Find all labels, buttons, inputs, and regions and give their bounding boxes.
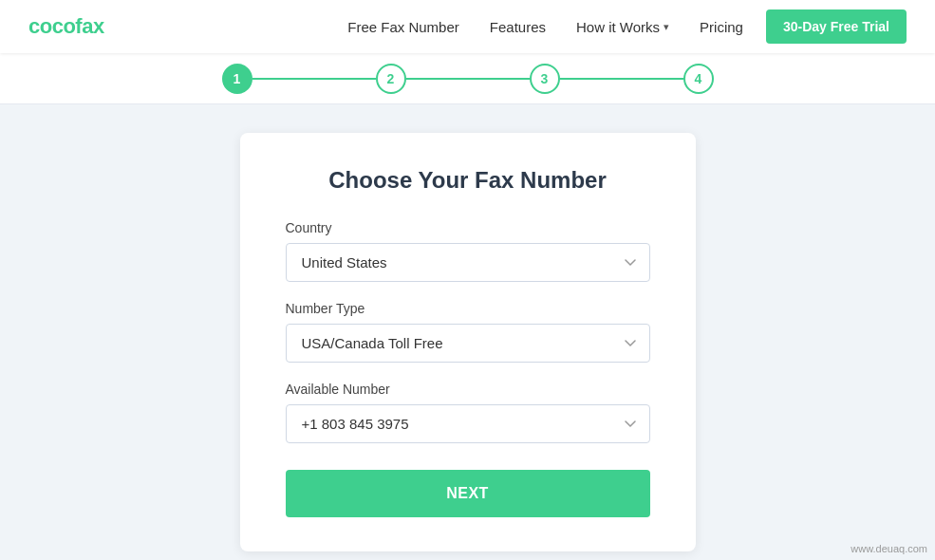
nav-link-free-fax[interactable]: Free Fax Number [347,19,459,35]
main-content: Choose Your Fax Number Country United St… [0,104,935,560]
step-4[interactable]: 4 [683,64,714,94]
number-type-select[interactable]: USA/Canada Toll Free Local International [286,324,650,363]
stepper: 1 2 3 4 [222,64,714,94]
number-type-label: Number Type [286,301,650,316]
step-line-2 [406,78,530,80]
country-group: Country United States Canada United King… [286,220,650,282]
logo[interactable]: cocofax [28,14,104,39]
nav-link-features[interactable]: Features [490,19,546,35]
available-number-label: Available Number [286,382,650,397]
stepper-bar: 1 2 3 4 [0,53,935,104]
nav-link-how-it-works[interactable]: How it Works ▾ [576,19,669,35]
available-number-group: Available Number +1 803 845 3975 +1 803 … [286,382,650,443]
step-3[interactable]: 3 [530,64,560,94]
form-card: Choose Your Fax Number Country United St… [240,133,696,551]
country-select[interactable]: United States Canada United Kingdom Aust… [286,243,650,282]
chevron-down-icon: ▾ [664,21,669,33]
watermark: www.deuaq.com [851,543,927,554]
step-line-3 [560,78,683,80]
nav-link-pricing[interactable]: Pricing [700,19,743,35]
trial-button[interactable]: 30-Day Free Trial [766,9,907,44]
available-number-select[interactable]: +1 803 845 3975 +1 803 845 3976 +1 803 8… [286,404,650,443]
number-type-group: Number Type USA/Canada Toll Free Local I… [286,301,650,363]
country-label: Country [286,220,650,235]
form-title: Choose Your Fax Number [286,167,650,194]
navigation: cocofax Free Fax Number Features How it … [0,0,935,53]
step-1[interactable]: 1 [222,64,252,94]
step-2[interactable]: 2 [376,64,406,94]
step-line-1 [252,78,376,80]
next-button[interactable]: NEXT [286,470,650,517]
nav-links: Free Fax Number Features How it Works ▾ … [347,19,743,35]
